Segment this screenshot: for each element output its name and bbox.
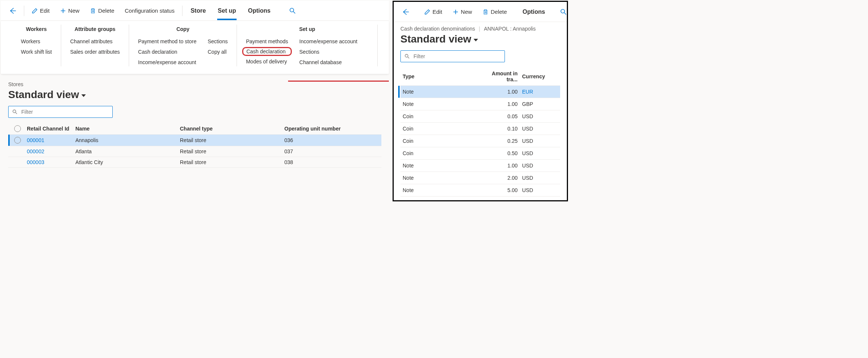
cell-id[interactable]: 000001 bbox=[27, 137, 75, 143]
filter-input-wrapper[interactable] bbox=[400, 50, 505, 62]
ribbon-link-payment-method-to-store[interactable]: Payment method to store bbox=[137, 37, 198, 45]
table-row[interactable]: Note1.00GBP bbox=[400, 98, 560, 110]
config-status-button[interactable]: Configuration status bbox=[120, 4, 179, 17]
search-icon bbox=[560, 9, 567, 15]
ribbon-link-setup-cash-declaration[interactable]: Cash declaration bbox=[242, 47, 292, 56]
filter-input-wrapper[interactable] bbox=[8, 106, 113, 118]
col-header-id[interactable]: Retail Channel Id bbox=[27, 126, 75, 132]
search-button[interactable] bbox=[556, 6, 571, 18]
cell-amount: 0.10 bbox=[481, 126, 522, 132]
col-header-type[interactable]: Channel type bbox=[180, 126, 284, 132]
table-row[interactable]: Coin0.05USD bbox=[400, 110, 560, 123]
svg-point-0 bbox=[290, 8, 294, 12]
delete-label: Delete bbox=[491, 9, 507, 15]
breadcrumb: Cash declaration denominations | ANNAPOL… bbox=[400, 26, 560, 32]
ribbon-link-work-shift-list[interactable]: Work shift list bbox=[19, 48, 53, 56]
edit-button[interactable]: Edit bbox=[27, 4, 54, 17]
search-icon bbox=[12, 109, 18, 114]
ribbon-link-payment-methods[interactable]: Payment methods bbox=[244, 37, 290, 45]
cell-id[interactable]: 000002 bbox=[27, 148, 75, 154]
filter-input[interactable] bbox=[21, 109, 109, 115]
cash-declaration-pane: Edit New Delete Options Cash declaration… bbox=[393, 1, 568, 201]
view-selector[interactable]: Standard view bbox=[400, 33, 560, 45]
col-header-amount[interactable]: Amount in tra... bbox=[481, 70, 522, 82]
table-row[interactable]: Coin0.25USD bbox=[400, 135, 560, 147]
ribbon-link-modes-of-delivery[interactable]: Modes of delivery bbox=[244, 57, 290, 66]
cell-amount: 0.25 bbox=[481, 138, 522, 144]
ribbon-link-copy-income-expense[interactable]: Income/expense account bbox=[137, 58, 198, 66]
cell-type: Retail store bbox=[180, 159, 284, 165]
grid-header-row: Type Amount in tra... Currency bbox=[400, 67, 560, 86]
table-row[interactable]: Note2.00USD bbox=[400, 172, 560, 184]
back-button[interactable] bbox=[397, 5, 414, 19]
command-bar-right: Edit New Delete Options bbox=[394, 2, 567, 22]
tab-store[interactable]: Store bbox=[185, 3, 211, 19]
cell-name: Annapolis bbox=[75, 137, 180, 143]
separator bbox=[24, 6, 24, 16]
cell-currency: USD bbox=[522, 187, 552, 193]
search-icon bbox=[289, 7, 296, 14]
cell-id[interactable]: 000003 bbox=[27, 159, 75, 165]
cell-currency: GBP bbox=[522, 101, 552, 107]
cell-unit: 038 bbox=[284, 159, 359, 165]
col-header-type[interactable]: Type bbox=[403, 73, 481, 79]
table-row[interactable]: Note5.00USD bbox=[400, 184, 560, 197]
row-selector[interactable] bbox=[8, 137, 27, 144]
ribbon-link-channel-database[interactable]: Channel database bbox=[298, 58, 359, 66]
delete-button[interactable]: Delete bbox=[478, 6, 511, 18]
tab-options[interactable]: Options bbox=[243, 3, 275, 19]
delete-button[interactable]: Delete bbox=[85, 4, 119, 17]
svg-point-2 bbox=[561, 9, 565, 13]
filter-input[interactable] bbox=[413, 53, 501, 60]
ribbon-link-workers[interactable]: Workers bbox=[19, 37, 53, 45]
cell-type: Note bbox=[403, 101, 481, 107]
cell-type: Note bbox=[403, 175, 481, 181]
ribbon-link-copy-cash-declaration[interactable]: Cash declaration bbox=[137, 48, 198, 56]
table-row[interactable]: Coin0.50USD bbox=[400, 147, 560, 160]
ribbon-link-channel-attributes[interactable]: Channel attributes bbox=[69, 37, 121, 45]
cell-currency[interactable]: EUR bbox=[522, 89, 533, 95]
edit-button[interactable]: Edit bbox=[420, 6, 447, 18]
table-row[interactable]: 000001AnnapolisRetail store036 bbox=[8, 135, 381, 146]
select-all[interactable] bbox=[8, 125, 27, 132]
ribbon-link-copy-all[interactable]: Copy all bbox=[206, 48, 229, 56]
trash-icon bbox=[483, 9, 488, 15]
table-row[interactable]: Coin0.10USD bbox=[400, 123, 560, 135]
cell-unit: 036 bbox=[284, 137, 359, 143]
cell-type: Coin bbox=[403, 126, 481, 132]
table-row[interactable]: Note1.00USD bbox=[400, 160, 560, 172]
grid-header-row: Retail Channel Id Name Channel type Oper… bbox=[8, 123, 381, 135]
col-header-currency[interactable]: Currency bbox=[522, 73, 552, 79]
stores-pane: Edit New Delete Configuration status Sto… bbox=[1, 1, 389, 201]
svg-point-1 bbox=[13, 110, 16, 113]
new-button[interactable]: New bbox=[448, 6, 477, 18]
stores-grid: Retail Channel Id Name Channel type Oper… bbox=[8, 123, 381, 168]
config-status-label: Configuration status bbox=[125, 7, 174, 14]
view-selector[interactable]: Standard view bbox=[8, 89, 381, 101]
cell-type: Retail store bbox=[180, 137, 284, 143]
chevron-down-icon bbox=[474, 39, 478, 41]
table-row[interactable]: 000002AtlantaRetail store037 bbox=[8, 146, 381, 157]
right-body: Cash declaration denominations | ANNAPOL… bbox=[394, 22, 567, 197]
new-button[interactable]: New bbox=[56, 4, 84, 17]
ribbon-group-workers: Workers Workers Work shift list bbox=[12, 25, 61, 66]
separator: | bbox=[479, 26, 480, 32]
table-row[interactable]: Note1.00EUR bbox=[400, 86, 560, 98]
tab-options[interactable]: Options bbox=[517, 4, 550, 20]
table-row[interactable]: 000003Atlantic CityRetail store038 bbox=[8, 157, 381, 168]
search-button[interactable] bbox=[285, 4, 300, 17]
cell-amount: 1.00 bbox=[481, 163, 522, 169]
tab-setup[interactable]: Set up bbox=[213, 3, 241, 19]
ribbon-link-setup-income-expense[interactable]: Income/expense account bbox=[298, 37, 359, 45]
ribbon-link-copy-sections[interactable]: Sections bbox=[206, 37, 229, 45]
checkbox-icon bbox=[14, 125, 21, 132]
col-header-unit[interactable]: Operating unit number bbox=[284, 126, 359, 132]
back-button[interactable] bbox=[4, 4, 21, 18]
col-header-name[interactable]: Name bbox=[75, 126, 180, 132]
cell-type: Coin bbox=[403, 138, 481, 144]
ribbon-link-setup-sections[interactable]: Sections bbox=[298, 48, 359, 56]
cell-currency: USD bbox=[522, 113, 552, 119]
ribbon-group-copy: Copy Payment method to store Cash declar… bbox=[129, 25, 237, 66]
ribbon-link-sales-order-attributes[interactable]: Sales order attributes bbox=[69, 48, 121, 56]
cell-type: Coin bbox=[403, 113, 481, 119]
